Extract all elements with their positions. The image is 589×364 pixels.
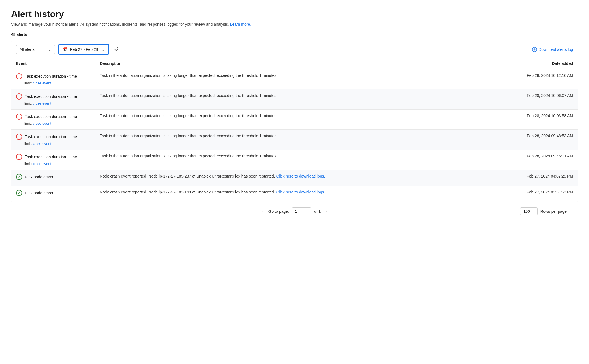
table-row: !Task execution duration - timelimit: cl…	[11, 69, 578, 89]
event-subtext: limit: close event	[16, 81, 91, 85]
success-icon: ✓	[16, 174, 22, 180]
description-cell: Node crash event reported. Node ip-172-2…	[95, 186, 516, 202]
event-name: Task execution duration - time	[25, 94, 77, 99]
description-cell: Task in the automation organization is t…	[95, 150, 516, 170]
page-title: Alert history	[11, 9, 578, 19]
alerts-table: Event Description Date added !Task execu…	[11, 58, 578, 202]
event-cell: !Task execution duration - timelimit: cl…	[11, 110, 95, 130]
event-cell: ✓Plex node crash	[11, 186, 95, 202]
chevron-down-icon: ⌄	[299, 209, 301, 213]
warning-icon: !	[16, 134, 22, 140]
rows-per-page-wrap: 100 ⌄ Rows per page	[520, 207, 567, 215]
toolbar: All alerts ⌄ 📅 Feb 27 - Feb 28 ⌄ Downloa…	[11, 41, 578, 58]
rows-per-page-label: Rows per page	[540, 209, 567, 214]
close-event-link[interactable]: close event	[33, 81, 51, 85]
event-cell: !Task execution duration - timelimit: cl…	[11, 150, 95, 170]
table-row: ✓Plex node crashNode crash event reporte…	[11, 170, 578, 186]
event-subtext: limit: close event	[16, 101, 91, 105]
event-name: Task execution duration - time	[25, 155, 77, 159]
rows-per-page-select[interactable]: 100 ⌄	[520, 207, 537, 215]
close-event-link[interactable]: close event	[33, 162, 51, 166]
close-event-link[interactable]: close event	[33, 101, 51, 105]
event-cell: !Task execution duration - timelimit: cl…	[11, 89, 95, 110]
page-input-wrap: 1 ⌄	[292, 207, 311, 215]
next-page-button[interactable]: ›	[323, 207, 329, 215]
date-cell: Feb 27, 2024 04:02:25 PM	[516, 170, 578, 186]
prev-page-button[interactable]: ‹	[260, 207, 266, 215]
table-header-row: Event Description Date added	[11, 58, 578, 69]
description-text: Node crash event reported. Node ip-172-2…	[100, 174, 276, 178]
event-cell: !Task execution duration - timelimit: cl…	[11, 69, 95, 89]
of-label: of 1	[314, 209, 321, 214]
description-cell: Task in the automation organization is t…	[95, 130, 516, 150]
close-event-link[interactable]: close event	[33, 121, 51, 126]
date-cell: Feb 28, 2024 09:48:53 AM	[516, 130, 578, 150]
date-cell: Feb 28, 2024 10:06:07 AM	[516, 89, 578, 110]
download-logs-link[interactable]: Click here to download logs.	[276, 190, 325, 194]
date-cell: Feb 28, 2024 10:03:58 AM	[516, 110, 578, 130]
close-event-link[interactable]: close event	[33, 141, 51, 146]
event-subtext: limit: close event	[16, 121, 91, 126]
download-logs-link[interactable]: Click here to download logs.	[276, 174, 325, 178]
event-name: Task execution duration - time	[25, 134, 77, 139]
col-event: Event	[11, 58, 95, 69]
learn-more-link[interactable]: Learn more.	[230, 22, 251, 27]
event-name: Plex node crash	[25, 175, 53, 179]
date-cell: Feb 28, 2024 10:12:16 AM	[516, 69, 578, 89]
date-range-label: Feb 27 - Feb 28	[70, 47, 98, 52]
event-subtext: limit: close event	[16, 141, 91, 146]
description-cell: Task in the automation organization is t…	[95, 89, 516, 110]
chevron-down-icon: ⌄	[102, 47, 105, 52]
current-page: 1	[295, 209, 297, 214]
chevron-down-icon: ⌄	[48, 47, 51, 52]
event-name: Task execution duration - time	[25, 74, 77, 79]
table-row: !Task execution duration - timelimit: cl…	[11, 110, 578, 130]
filter-label: All alerts	[20, 47, 35, 52]
date-range-dropdown[interactable]: 📅 Feb 27 - Feb 28 ⌄	[58, 44, 109, 55]
date-cell: Feb 28, 2024 09:46:11 AM	[516, 150, 578, 170]
calendar-icon: 📅	[62, 47, 68, 52]
event-cell: !Task execution duration - timelimit: cl…	[11, 130, 95, 150]
event-name: Task execution duration - time	[25, 114, 77, 119]
table-body: !Task execution duration - timelimit: cl…	[11, 69, 578, 202]
table-row: !Task execution duration - timelimit: cl…	[11, 89, 578, 110]
download-icon	[532, 47, 537, 52]
table-row: !Task execution duration - timelimit: cl…	[11, 130, 578, 150]
go-to-page-label: Go to page:	[268, 209, 289, 214]
event-cell: ✓Plex node crash	[11, 170, 95, 186]
event-name: Plex node crash	[25, 191, 53, 195]
description-cell: Task in the automation organization is t…	[95, 69, 516, 89]
toolbar-right: Download alerts log	[532, 47, 573, 52]
refresh-button[interactable]	[112, 44, 121, 54]
warning-icon: !	[16, 154, 22, 160]
rows-per-page-value: 100	[523, 209, 530, 214]
refresh-icon	[113, 46, 119, 52]
warning-icon: !	[16, 93, 22, 100]
page-container: Alert history View and manage your histo…	[0, 0, 589, 231]
description-cell: Task in the automation organization is t…	[95, 110, 516, 130]
alerts-count: 48 alerts	[11, 32, 578, 37]
table-row: !Task execution duration - timelimit: cl…	[11, 150, 578, 170]
warning-icon: !	[16, 114, 22, 120]
success-icon: ✓	[16, 190, 22, 196]
description-cell: Node crash event reported. Node ip-172-2…	[95, 170, 516, 186]
description-text: Node crash event reported. Node ip-172-2…	[100, 190, 276, 194]
col-description: Description	[95, 58, 516, 69]
page-subtitle: View and manage your historical alerts: …	[11, 22, 578, 27]
warning-icon: !	[16, 73, 22, 79]
pagination: ‹ Go to page: 1 ⌄ of 1 › 100 ⌄ Rows per …	[11, 202, 578, 220]
table-wrapper: Event Description Date added !Task execu…	[11, 58, 578, 202]
event-subtext: limit: close event	[16, 162, 91, 166]
chevron-down-icon: ⌄	[532, 209, 534, 213]
table-row: ✓Plex node crashNode crash event reporte…	[11, 186, 578, 202]
download-alerts-log-button[interactable]: Download alerts log	[532, 47, 573, 52]
date-cell: Feb 27, 2024 03:56:53 PM	[516, 186, 578, 202]
col-date: Date added	[516, 58, 578, 69]
filter-dropdown[interactable]: All alerts ⌄	[16, 45, 55, 54]
